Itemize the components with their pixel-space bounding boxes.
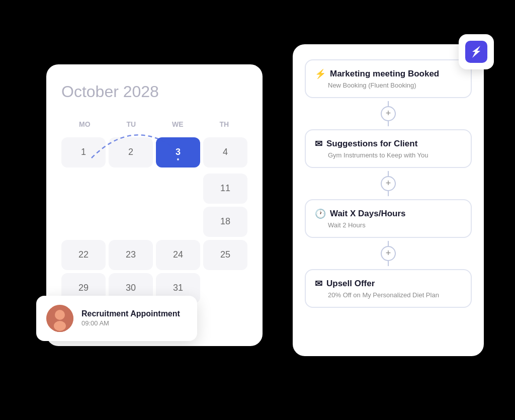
connector-line-6	[388, 261, 389, 266]
calendar-month-title: October 2028	[61, 82, 247, 101]
cal-day-25[interactable]: 25	[203, 240, 247, 270]
calendar-weeks: 1 2 3 4 11	[61, 137, 247, 303]
day-header-we: WE	[154, 116, 201, 132]
appointment-title: Recruitment Appointment	[81, 309, 180, 318]
cal-day-24[interactable]: 24	[156, 240, 200, 270]
workflow-step-1[interactable]: ⚡ Marketing meeting Booked New Booking (…	[305, 59, 472, 98]
cal-day-2[interactable]: 2	[109, 137, 153, 167]
svg-point-1	[55, 310, 65, 320]
appointment-card[interactable]: Recruitment Appointment 09:00 AM	[36, 296, 197, 341]
svg-point-3	[54, 321, 66, 331]
step-3-subtitle: Wait 2 Hours	[315, 221, 462, 229]
calendar-header-row: MO TU WE TH	[61, 116, 247, 132]
workflow-connector-1: +	[381, 98, 396, 129]
cal-day-18[interactable]: 18	[203, 207, 247, 237]
workflow-step-2[interactable]: ✉ Suggestions for Client Gym Instruments…	[305, 129, 472, 168]
connector-plus-3[interactable]: +	[381, 246, 396, 261]
cal-day-11[interactable]: 11	[203, 174, 247, 204]
day-header-th: TH	[201, 116, 248, 132]
year-value: 2028	[123, 82, 159, 101]
cal-day-22[interactable]: 22	[61, 240, 106, 270]
cal-week-4: 22 23 24 25	[61, 240, 247, 270]
step-4-title: ✉ Upsell Offer	[315, 278, 462, 289]
cal-day-23[interactable]: 23	[109, 240, 153, 270]
month-name: October	[61, 82, 119, 101]
step-2-title: ✉ Suggestions for Client	[315, 138, 462, 149]
day-header-tu: TU	[108, 116, 155, 132]
cal-cell-empty-4	[61, 207, 106, 237]
cal-day-4[interactable]: 4	[203, 137, 247, 167]
step-1-title: ⚡ Marketing meeting Booked	[315, 68, 462, 79]
day-header-mo: MO	[61, 116, 108, 132]
cal-cell-empty-1	[61, 174, 106, 204]
step-4-icon: ✉	[315, 278, 322, 289]
workflow-card: ⚡ Marketing meeting Booked New Booking (…	[293, 44, 484, 356]
calendar-grid: MO TU WE TH 1 2 3 4	[61, 116, 247, 303]
cal-day-3-active[interactable]: 3	[156, 137, 200, 167]
step-3-icon: 🕐	[315, 208, 326, 219]
cal-cell-empty-3	[156, 174, 200, 204]
appointment-info: Recruitment Appointment 09:00 AM	[81, 309, 180, 327]
step-2-icon: ✉	[315, 138, 322, 149]
cal-week-3: 18	[61, 207, 247, 237]
brand-logo	[465, 41, 487, 63]
workflow-step-4[interactable]: ✉ Upsell Offer 20% Off on My Personalize…	[305, 269, 472, 308]
cal-week-1: 1 2 3 4	[61, 137, 247, 167]
connector-line-1	[388, 101, 389, 106]
step-1-icon: ⚡	[315, 68, 326, 79]
cal-cell-empty-6	[156, 207, 200, 237]
step-1-subtitle: New Booking (Fluent Booking)	[315, 81, 462, 89]
brand-icon	[459, 34, 494, 69]
connector-plus-1[interactable]: +	[381, 106, 396, 121]
connector-line-3	[388, 171, 389, 176]
step-2-subtitle: Gym Instruments to Keep with You	[315, 151, 462, 159]
appointment-time: 09:00 AM	[81, 319, 180, 327]
connector-line-5	[388, 241, 389, 246]
workflow-step-3[interactable]: 🕐 Wait X Days/Hours Wait 2 Hours	[305, 199, 472, 238]
cal-week-2: 11	[61, 174, 247, 204]
avatar-image	[46, 305, 73, 332]
cal-cell-empty-5	[109, 207, 153, 237]
step-4-subtitle: 20% Off on My Personalized Diet Plan	[315, 291, 462, 299]
connector-plus-2[interactable]: +	[381, 176, 396, 191]
workflow-connector-2: +	[381, 168, 396, 199]
avatar	[46, 305, 73, 332]
calendar-card: October 2028 MO TU WE TH 1 2 3 4	[46, 64, 263, 346]
step-3-title: 🕐 Wait X Days/Hours	[315, 208, 462, 219]
connector-line-4	[388, 191, 389, 196]
connector-line-2	[388, 121, 389, 126]
cal-cell-empty-7	[203, 273, 247, 303]
cal-day-1[interactable]: 1	[61, 137, 106, 167]
workflow-connector-3: +	[381, 238, 396, 269]
cal-cell-empty-2	[109, 174, 153, 204]
